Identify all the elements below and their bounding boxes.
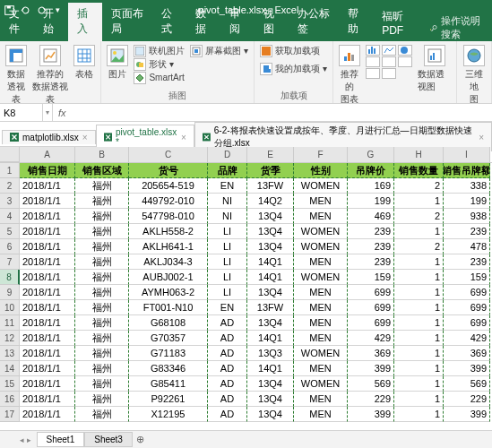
row-header-11[interactable]: 11 <box>0 315 20 331</box>
cell[interactable]: 239 <box>348 239 394 254</box>
cell[interactable]: AYMH063-2 <box>129 285 208 300</box>
cell[interactable]: 1 <box>394 407 444 422</box>
cell[interactable]: 福州 <box>75 194 129 209</box>
cell[interactable]: 13Q4 <box>247 376 294 392</box>
cell[interactable]: 福州 <box>75 346 129 361</box>
cell[interactable]: 2018/1/1 <box>20 239 75 254</box>
cell[interactable]: 699 <box>348 300 394 315</box>
cell[interactable]: 399 <box>444 407 490 422</box>
chart-surf-icon[interactable] <box>366 68 380 79</box>
table-header[interactable]: 货季 <box>247 163 294 178</box>
col-header-A[interactable]: A <box>20 147 75 162</box>
sheet-tab-Sheet1[interactable]: Sheet1 <box>37 432 85 447</box>
cell[interactable]: 14Q1 <box>247 254 294 270</box>
add-sheet-button[interactable]: ⊕ <box>133 433 149 447</box>
table-header[interactable]: 销售吊牌额 <box>444 163 490 178</box>
cell[interactable]: 福州 <box>75 254 129 270</box>
cell[interactable]: X12195 <box>129 407 208 422</box>
cell[interactable]: 14Q2 <box>247 194 294 209</box>
cell[interactable]: MEN <box>294 300 348 315</box>
ribbon-tab-7[interactable]: 视图 <box>255 3 289 41</box>
cell[interactable]: 429 <box>348 331 394 346</box>
cell[interactable]: 1 <box>394 270 444 285</box>
cell[interactable]: 1 <box>394 300 444 315</box>
cell[interactable]: 569 <box>348 376 394 392</box>
chart-pie-icon[interactable] <box>398 45 412 56</box>
cell[interactable]: G70357 <box>129 331 208 346</box>
cell[interactable]: MEN <box>294 331 348 346</box>
cell[interactable]: LI <box>208 270 247 285</box>
cell[interactable]: MEN <box>294 285 348 300</box>
cell[interactable]: 福州 <box>75 376 129 392</box>
cell[interactable]: 2018/1/1 <box>20 407 75 422</box>
cell[interactable]: 399 <box>348 361 394 376</box>
cell[interactable]: MEN <box>294 361 348 376</box>
cell[interactable]: 13FW <box>247 178 294 194</box>
get-addins-button[interactable]: 获取加载项 <box>260 45 327 57</box>
col-header-G[interactable]: G <box>348 147 394 162</box>
name-box[interactable]: K8 <box>0 104 43 121</box>
cell[interactable]: 2018/1/1 <box>20 178 75 194</box>
cell[interactable]: 159 <box>444 270 490 285</box>
online-picture-button[interactable]: 联机图片 <box>134 45 185 57</box>
cell[interactable]: 2 <box>394 239 444 254</box>
row-header-9[interactable]: 9 <box>0 285 20 300</box>
cell[interactable]: 449792-010 <box>129 194 208 209</box>
row-header-12[interactable]: 12 <box>0 331 20 346</box>
sheet-tab-Sheet3[interactable]: Sheet3 <box>84 432 133 447</box>
chart-combo-icon[interactable] <box>382 68 396 79</box>
row-header-10[interactable]: 10 <box>0 300 20 315</box>
row-header-1[interactable]: 1 <box>0 163 20 178</box>
cell[interactable]: FT001-N10 <box>129 300 208 315</box>
row-header-14[interactable]: 14 <box>0 361 20 376</box>
cell[interactable]: MEN <box>294 254 348 270</box>
col-header-H[interactable]: H <box>394 147 444 162</box>
cell[interactable]: 福州 <box>75 392 129 407</box>
cell[interactable]: 1 <box>394 254 444 270</box>
chart-stat-icon[interactable] <box>382 56 396 67</box>
cell[interactable]: 569 <box>444 376 490 392</box>
cell[interactable]: 938 <box>444 209 490 224</box>
cell[interactable]: 2018/1/1 <box>20 270 75 285</box>
col-header-D[interactable]: D <box>208 147 247 162</box>
pivot-table-button[interactable]: 数据 透视表 <box>5 45 27 104</box>
table-header[interactable]: 销售日期 <box>20 163 75 178</box>
cell[interactable]: 13Q4 <box>247 315 294 331</box>
cell[interactable]: LI <box>208 285 247 300</box>
cell[interactable]: 699 <box>444 315 490 331</box>
row-header-16[interactable]: 16 <box>0 392 20 407</box>
file-tab-1[interactable]: pivot_table.xlsx *× <box>96 125 194 149</box>
cell[interactable]: NI <box>208 209 247 224</box>
cell[interactable]: 369 <box>348 346 394 361</box>
cell[interactable]: 2018/1/1 <box>20 194 75 209</box>
screenshot-button[interactable]: 屏幕截图 ▾ <box>190 45 248 57</box>
cell[interactable]: AUBJ002-1 <box>129 270 208 285</box>
ribbon-tab-9[interactable]: 帮助 <box>339 3 373 41</box>
cell[interactable]: WOMEN <box>294 239 348 254</box>
cell[interactable]: 2 <box>394 209 444 224</box>
ribbon-tab-2[interactable]: 插入 <box>68 3 102 41</box>
cell[interactable]: 福州 <box>75 178 129 194</box>
cell[interactable]: 福州 <box>75 300 129 315</box>
ribbon-tab-8[interactable]: 办公标签 <box>289 3 339 41</box>
table-header[interactable]: 品牌 <box>208 163 247 178</box>
row-header-13[interactable]: 13 <box>0 346 20 361</box>
cell[interactable]: MEN <box>294 194 348 209</box>
cell[interactable]: MEN <box>294 209 348 224</box>
cell[interactable]: AD <box>208 376 247 392</box>
cell[interactable]: 2018/1/1 <box>20 331 75 346</box>
ribbon-tab-0[interactable]: 文件 <box>0 3 34 41</box>
cell[interactable]: MEN <box>294 315 348 331</box>
cell[interactable]: 福州 <box>75 239 129 254</box>
ribbon-tab-5[interactable]: 数据 <box>186 3 220 41</box>
smartart-button[interactable]: SmartArt <box>134 72 185 84</box>
cell[interactable]: 14Q1 <box>247 361 294 376</box>
cell[interactable]: 699 <box>444 300 490 315</box>
sheet-nav-icons[interactable]: ◂ ▸ <box>20 435 37 444</box>
row-header-15[interactable]: 15 <box>0 376 20 392</box>
cell[interactable]: AD <box>208 361 247 376</box>
cell[interactable]: 239 <box>348 254 394 270</box>
cell[interactable]: 13Q4 <box>247 285 294 300</box>
row-header-7[interactable]: 7 <box>0 254 20 270</box>
cell[interactable]: 2018/1/1 <box>20 209 75 224</box>
